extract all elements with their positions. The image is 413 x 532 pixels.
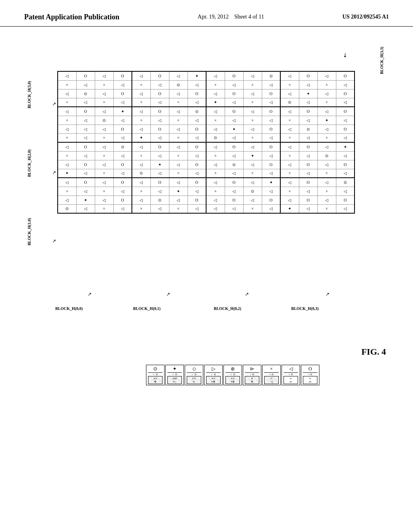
grid-cell: ◁ — [150, 116, 169, 125]
grid-cell: ◁ — [76, 125, 95, 133]
grid-cell: ◁ — [132, 89, 150, 98]
grid-cell: ◁ — [262, 169, 280, 178]
grid-cell: ◁ — [336, 151, 355, 160]
grid-cell: ⊙ — [206, 133, 225, 142]
grid-cell: ⊙ — [113, 142, 132, 151]
grid-cell: ◁ — [169, 142, 188, 151]
grid-cell: ◁ — [206, 142, 225, 151]
grid-cell: × — [206, 169, 225, 178]
grid-cell: ◁ — [206, 195, 225, 204]
grid-cell: ◁ — [132, 107, 150, 116]
grid-cell: ◁ — [317, 160, 336, 169]
grid-cell: O — [262, 195, 280, 204]
legend-item-7: × = II G◁ — [262, 365, 281, 385]
grid-cell: × — [243, 98, 262, 107]
grid-cell: ◁ — [95, 71, 113, 80]
grid-cell: ⊙ — [76, 89, 95, 98]
grid-cell: O — [225, 142, 243, 151]
patent-number: US 2012/092545 A1 — [342, 12, 389, 20]
grid-cell: ⊙ — [132, 169, 150, 178]
grid-cell: ◁ — [188, 133, 206, 142]
legend-item-3: ◇ = II SAS/ — [185, 365, 203, 385]
grid-cell: ◁ — [243, 71, 262, 80]
arrow-h33: ↙ — [341, 51, 349, 59]
grid-cell: O — [76, 142, 95, 151]
grid-cell: ◁ — [95, 160, 113, 169]
arrow-h03: ↗ — [325, 291, 330, 297]
grid-cell: × — [206, 80, 225, 89]
grid-cell: ◁ — [243, 195, 262, 204]
legend-item-5: ⊛ = II SAb⊗ — [223, 365, 242, 385]
grid-cell: ◁ — [132, 142, 150, 151]
arrow-h00: ↗ — [88, 291, 92, 297]
grid-cell: ◁ — [76, 80, 95, 89]
grid-cell: ◁ — [206, 71, 225, 80]
grid-cell: ◁ — [188, 80, 206, 89]
grid-cell: ◁ — [95, 195, 113, 204]
grid-cell: ◁ — [95, 125, 113, 133]
grid-cell: ◁ — [225, 116, 243, 125]
grid-cell: ◁ — [58, 71, 76, 80]
grid-cell: O — [336, 89, 355, 98]
grid-cell: O — [299, 71, 317, 80]
grid-cell: ◁ — [113, 169, 132, 178]
grid-cell: ◁ — [76, 169, 95, 178]
grid-cell: O — [188, 160, 206, 169]
grid-cell: × — [317, 187, 336, 195]
grid-cell: × — [58, 133, 76, 142]
grid-cell: ✦ — [58, 169, 76, 178]
grid-cell: O — [76, 178, 95, 187]
grid-cell: ✦ — [336, 142, 355, 151]
grid-cell: ✦ — [317, 116, 336, 125]
grid-cell: × — [95, 133, 113, 142]
grid-cell: O — [113, 178, 132, 187]
grid-cell: O — [336, 160, 355, 169]
grid-cell: ◁ — [206, 204, 225, 213]
grid-cell: ◁ — [113, 204, 132, 213]
grid-cell: ◁ — [188, 169, 206, 178]
grid-cell: ◁ — [150, 169, 169, 178]
grid-cell: ◁ — [262, 187, 280, 195]
grid-cell: ◁ — [95, 142, 113, 151]
grid-cell: O — [225, 107, 243, 116]
grid-cell: ◁ — [299, 204, 317, 213]
grid-cell: ◁ — [188, 151, 206, 160]
grid-cell: ◁ — [188, 116, 206, 125]
grid-cell: × — [95, 98, 113, 107]
grid-cell: O — [76, 71, 95, 80]
grid-cell: ◁ — [132, 178, 150, 187]
grid-cell: ◁ — [95, 89, 113, 98]
grid-cell: ✦ — [262, 178, 280, 187]
grid-cell: ◁ — [317, 89, 336, 98]
grid-cell: O — [299, 178, 317, 187]
grid-cell: ◁ — [76, 187, 95, 195]
grid-cell: ⊙ — [150, 195, 169, 204]
grid-cell: × — [169, 204, 188, 213]
grid-cell: ◁ — [76, 98, 95, 107]
grid-cell: ◁ — [95, 107, 113, 116]
grid-cell: O — [262, 160, 280, 169]
legend-item-2: ✦ = II SIBS> — [165, 365, 184, 385]
grid-cell: ◁ — [58, 178, 76, 187]
grid-cell: ◁ — [206, 160, 225, 169]
grid-cell: × — [243, 204, 262, 213]
legend-item-1: ⊙ = II SA⊗ — [146, 365, 165, 385]
grid-cell: ✦ — [243, 151, 262, 160]
grid-cell: O — [262, 107, 280, 116]
grid-cell: ◁ — [113, 116, 132, 125]
grid-cell: ◁ — [243, 142, 262, 151]
grid-cell: ⊙ — [188, 107, 206, 116]
grid-cell: ◁ — [58, 125, 76, 133]
grid-cell: × — [169, 133, 188, 142]
grid-cell: ◁ — [132, 160, 150, 169]
grid-cell: ◁ — [280, 71, 299, 80]
arrow-h30: ↗ — [52, 101, 56, 107]
grid-cell: ◁ — [58, 195, 76, 204]
grid-cell: ◁ — [169, 195, 188, 204]
grid-cell: O — [150, 125, 169, 133]
grid-cell: ◁ — [280, 142, 299, 151]
main-diagram: BLOCK_H(3,3) ↙ ◁O◁O◁O◁✦◁O◁⊙◁O◁O×◁×◁×◁⊙◁×… — [0, 27, 413, 405]
grid-cell: ◁ — [317, 107, 336, 116]
main-table: ◁O◁O◁O◁✦◁O◁⊙◁O◁O×◁×◁×◁⊙◁×◁×◁×◁×◁◁⊙◁O◁O◁O… — [57, 71, 355, 214]
grid-cell: ◁ — [317, 71, 336, 80]
